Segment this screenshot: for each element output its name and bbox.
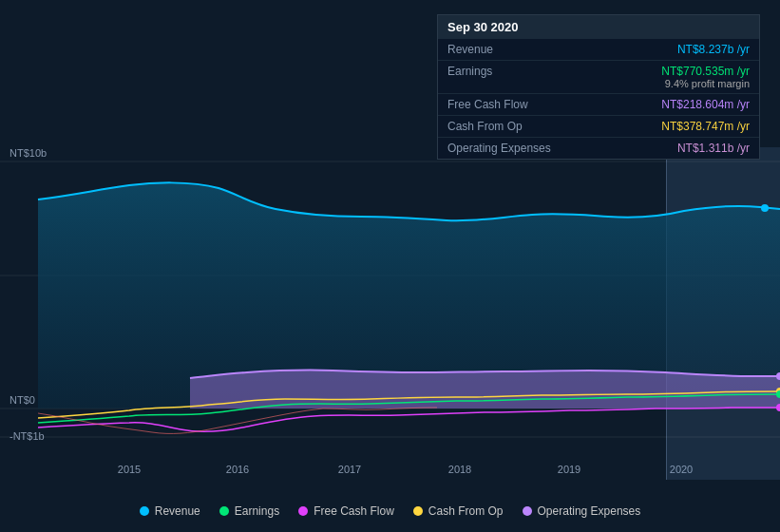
cash-legend-label: Cash From Op — [428, 504, 504, 518]
fcf-value: NT$218.604m /yr — [661, 98, 750, 111]
legend-revenue: Revenue — [140, 504, 200, 518]
revenue-label: Revenue — [447, 43, 493, 56]
cash-from-op-value: NT$378.747m /yr — [661, 120, 750, 133]
profit-margin: 9.4% profit margin — [661, 78, 750, 89]
legend-opex: Operating Expenses — [523, 504, 641, 518]
tooltip-cash-from-op: Cash From Op NT$378.747m /yr — [438, 116, 759, 138]
tooltip-date: Sep 30 2020 — [438, 15, 759, 39]
opex-area — [190, 370, 780, 408]
legend-fcf: Free Cash Flow — [298, 504, 394, 518]
revenue-legend-label: Revenue — [155, 504, 200, 518]
cash-from-op-label: Cash From Op — [447, 120, 523, 133]
fcf-legend-label: Free Cash Flow — [314, 504, 394, 518]
revenue-dot — [761, 204, 769, 212]
tooltip-earnings: Earnings NT$770.535m /yr 9.4% profit mar… — [438, 61, 759, 94]
fcf-line — [38, 408, 780, 431]
opex-label: Operating Expenses — [447, 142, 551, 155]
tooltip-revenue: Revenue NT$8.237b /yr — [438, 39, 759, 61]
opex-value: NT$1.311b /yr — [677, 142, 750, 155]
earnings-legend-dot — [219, 506, 229, 516]
tooltip-opex: Operating Expenses NT$1.311b /yr — [438, 138, 759, 159]
tooltip: Sep 30 2020 Revenue NT$8.237b /yr Earnin… — [437, 14, 760, 160]
opex-legend-dot — [523, 506, 532, 516]
chart-container: Sep 30 2020 Revenue NT$8.237b /yr Earnin… — [0, 0, 780, 532]
cash-legend-dot — [413, 506, 423, 516]
earnings-legend-label: Earnings — [235, 504, 279, 518]
earnings-value: NT$770.535m /yr — [661, 65, 750, 78]
earnings-label: Earnings — [447, 65, 492, 89]
revenue-legend-dot — [140, 506, 149, 516]
legend-cash-from-op: Cash From Op — [413, 504, 504, 518]
legend-earnings: Earnings — [219, 504, 279, 518]
fcf-legend-dot — [298, 506, 308, 516]
opex-legend-label: Operating Expenses — [538, 504, 641, 518]
extra-line — [38, 408, 437, 433]
revenue-value: NT$8.237b /yr — [677, 43, 750, 56]
legend: Revenue Earnings Free Cash Flow Cash Fro… — [0, 504, 780, 518]
tooltip-fcf: Free Cash Flow NT$218.604m /yr — [438, 94, 759, 116]
fcf-label: Free Cash Flow — [447, 98, 528, 111]
